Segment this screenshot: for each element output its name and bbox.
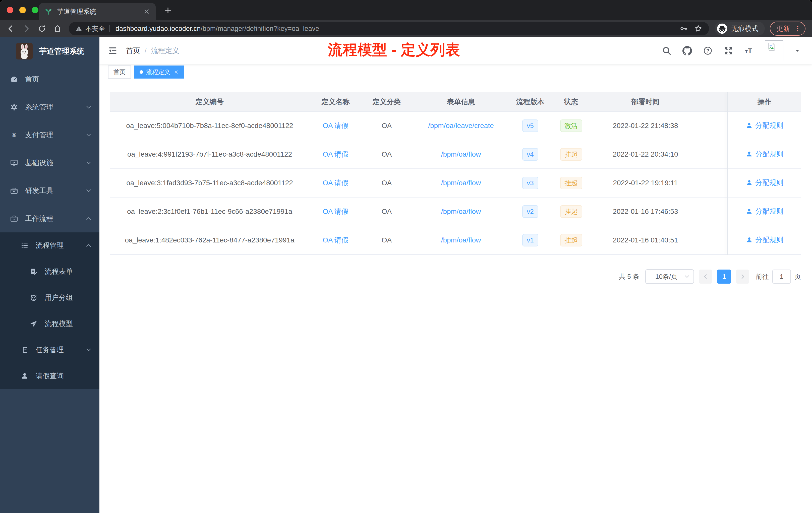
- breadcrumb: 首页 / 流程定义: [126, 46, 179, 56]
- gear-icon: [10, 103, 18, 111]
- goto-label: 前往: [756, 272, 769, 281]
- deploy-time-cell: 2022-01-22 20:34:10: [592, 150, 699, 158]
- assign-user-icon: [746, 179, 753, 186]
- definition-name-link[interactable]: OA 请假: [323, 179, 348, 187]
- sidebar-item-label: 基础设施: [25, 158, 53, 168]
- sidebar-item-process-form[interactable]: 流程表单: [0, 259, 99, 284]
- definition-name-link[interactable]: OA 请假: [323, 208, 348, 215]
- form-info-link[interactable]: /bpm/oa/flow: [441, 236, 481, 244]
- sidebar-item-payment[interactable]: ¥支付管理: [0, 121, 99, 149]
- sidebar-item-process-manage[interactable]: 流程管理: [0, 233, 99, 259]
- assign-user-icon: [746, 151, 753, 158]
- sidebar-menu: 首页系统管理¥支付管理基础设施研发工具工作流程流程管理流程表单用户分组流程模型任…: [0, 65, 99, 389]
- sidebar-submenu: 流程管理流程表单用户分组流程模型任务管理请假查询: [0, 233, 99, 389]
- assign-rule-link[interactable]: 分配规则: [746, 235, 783, 245]
- sidebar-item-devtools[interactable]: 研发工具: [0, 177, 99, 205]
- sidebar-item-infra[interactable]: 基础设施: [0, 149, 99, 177]
- incognito-icon: [717, 23, 728, 34]
- home-icon[interactable]: [53, 24, 62, 33]
- column-header: 定义编号: [110, 97, 310, 107]
- window-close-button[interactable]: [7, 7, 13, 13]
- tags-view-bar: 首页流程定义: [99, 64, 812, 80]
- deploy-time-cell: 2022-01-22 21:48:38: [592, 122, 699, 130]
- assign-rule-label: 分配规则: [755, 235, 783, 245]
- sidebar-item-task-manage[interactable]: 任务管理: [0, 337, 99, 363]
- tag-item-1[interactable]: 首页: [108, 65, 131, 79]
- fullscreen-icon[interactable]: [724, 46, 733, 56]
- new-tab-button[interactable]: [164, 6, 172, 14]
- next-page-button[interactable]: [736, 270, 749, 283]
- form-info-link[interactable]: /bpm/oa/flow: [441, 150, 481, 158]
- table-row: oa_leave:5:004b710b-7b8a-11ec-8ef0-acde4…: [110, 112, 801, 140]
- security-label: 不安全: [85, 24, 105, 33]
- browser-menu-icon[interactable]: [794, 25, 802, 32]
- form-info-link[interactable]: /bpm/oa/flow: [441, 208, 481, 215]
- assign-rule-link[interactable]: 分配规则: [746, 178, 783, 187]
- breadcrumb-home[interactable]: 首页: [126, 46, 140, 56]
- assign-rule-link[interactable]: 分配规则: [746, 121, 783, 130]
- sidebar-item-workflow[interactable]: 工作流程: [0, 205, 99, 233]
- assign-rule-link[interactable]: 分配规则: [746, 207, 783, 216]
- reload-icon[interactable]: [38, 24, 46, 33]
- back-icon[interactable]: [6, 24, 15, 33]
- browser-tab[interactable]: 芋道管理系统: [39, 3, 156, 20]
- not-secure-warning-icon[interactable]: [75, 25, 82, 32]
- font-size-icon[interactable]: TT: [744, 46, 754, 56]
- sidebar-item-user-group[interactable]: 用户分组: [0, 284, 99, 311]
- action-cell: 分配规则: [728, 178, 801, 188]
- forward-icon[interactable]: [22, 24, 31, 33]
- url-text[interactable]: dashboard.yudao.iocoder.cn/bpm/manager/d…: [116, 25, 674, 33]
- github-icon[interactable]: [683, 46, 692, 56]
- goto-page-input[interactable]: [772, 270, 791, 283]
- table-header-row: 定义编号定义名称定义分类表单信息流程版本状态部署时间操作: [110, 92, 801, 112]
- sidebar-fold-icon[interactable]: [108, 46, 117, 56]
- paper-plane-icon: [30, 320, 38, 328]
- tag-item-2[interactable]: 流程定义: [134, 65, 184, 79]
- version-tag: v3: [522, 177, 538, 189]
- definition-name-link[interactable]: OA 请假: [323, 150, 348, 158]
- window-minimize-button[interactable]: [19, 7, 26, 13]
- browser-update-button[interactable]: 更新: [770, 22, 806, 36]
- browser-toolbar: 不安全 dashboard.yudao.iocoder.cn/bpm/manag…: [0, 20, 812, 37]
- chevron-down-icon: [85, 187, 92, 194]
- user-avatar[interactable]: [765, 40, 783, 61]
- sidebar-item-home[interactable]: 首页: [0, 65, 99, 93]
- password-key-icon[interactable]: [679, 25, 688, 33]
- user-icon: [21, 372, 29, 380]
- tag-close-icon[interactable]: [174, 69, 179, 74]
- form-info-link[interactable]: /bpm/oa/flow: [441, 179, 481, 187]
- form-info-link[interactable]: /bpm/oa/leave/create: [428, 122, 494, 129]
- definition-name-link[interactable]: OA 请假: [323, 122, 348, 129]
- page-size-select[interactable]: 10条/页: [645, 269, 694, 284]
- tab-close-icon[interactable]: [143, 8, 150, 15]
- avatar-dropdown-caret-icon[interactable]: [794, 48, 801, 54]
- sidebar-logo[interactable]: 芋道管理系统: [0, 37, 99, 65]
- column-header: 定义名称: [310, 97, 361, 107]
- chevron-down-icon: [85, 132, 92, 138]
- definition-table: 定义编号定义名称定义分类表单信息流程版本状态部署时间操作 oa_leave:5:…: [110, 92, 801, 255]
- url-host: dashboard.yudao.iocoder.cn: [116, 25, 201, 32]
- address-bar[interactable]: 不安全 dashboard.yudao.iocoder.cn/bpm/manag…: [69, 22, 709, 35]
- current-page-button[interactable]: 1: [717, 270, 731, 283]
- definition-name-cell: OA 请假: [310, 207, 361, 216]
- search-icon[interactable]: [662, 46, 671, 56]
- sidebar-item-label: 用户分组: [45, 293, 73, 302]
- chevron-right-icon: [740, 274, 746, 280]
- assign-rule-label: 分配规则: [755, 149, 783, 159]
- version-tag: v2: [522, 205, 538, 218]
- app-root: 芋道管理系统 首页系统管理¥支付管理基础设施研发工具工作流程流程管理流程表单用户…: [0, 37, 812, 513]
- definition-name-link[interactable]: OA 请假: [323, 236, 348, 244]
- help-icon[interactable]: ?: [703, 46, 713, 56]
- bookmark-star-icon[interactable]: [694, 24, 702, 33]
- sidebar-item-system[interactable]: 系统管理: [0, 93, 99, 121]
- sidebar-item-leave-query[interactable]: 请假查询: [0, 363, 99, 389]
- sidebar-item-process-model[interactable]: 流程模型: [0, 311, 99, 337]
- version-tag: v1: [522, 234, 538, 246]
- window-zoom-button[interactable]: [32, 7, 38, 13]
- assign-rule-link[interactable]: 分配规则: [746, 149, 783, 159]
- form-info-cell: /bpm/oa/flow: [412, 150, 510, 158]
- status-cell: 挂起: [550, 205, 592, 218]
- svg-text:¥: ¥: [12, 131, 16, 139]
- tag-label: 首页: [114, 68, 125, 76]
- prev-page-button[interactable]: [699, 270, 712, 283]
